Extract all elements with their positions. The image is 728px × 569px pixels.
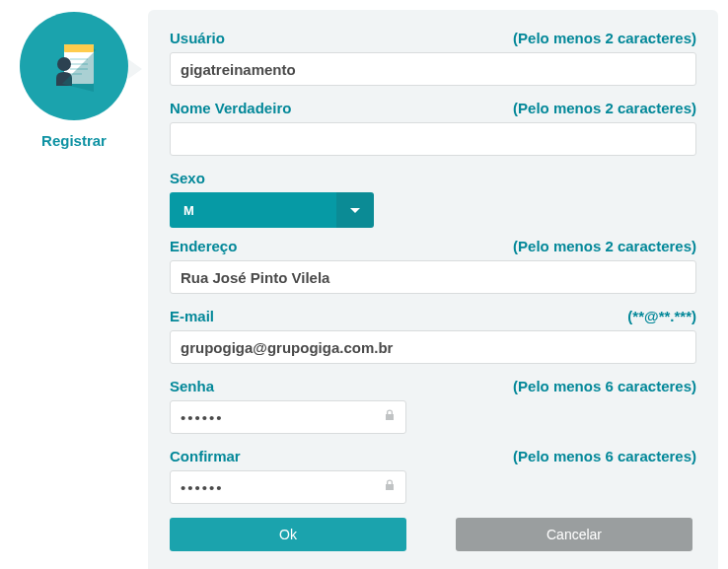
ok-button[interactable]: Ok [170,518,406,551]
cancel-button[interactable]: Cancelar [456,518,692,551]
register-container: Registrar Usuário (Pelo menos 2 caracter… [0,0,728,569]
svg-rect-2 [70,58,88,60]
confirmar-label-row: Confirmar (Pelo menos 6 caracteres) [170,448,696,464]
document-person-icon [42,35,106,98]
confirmar-label: Confirmar [170,448,241,464]
email-label-row: E-mail (**@**.***) [170,308,696,324]
lock-icon [383,408,397,426]
nome-label: Nome Verdadeiro [170,100,291,116]
usuario-input[interactable] [170,52,696,86]
confirmar-input[interactable] [170,470,406,504]
registrar-title: Registrar [41,132,107,149]
sexo-label-row: Sexo [170,170,696,186]
endereco-input[interactable] [170,260,696,294]
svg-rect-1 [64,44,94,52]
svg-point-6 [57,57,71,71]
lock-icon [383,478,397,496]
email-label: E-mail [170,308,214,324]
endereco-label-row: Endereço (Pelo menos 2 caracteres) [170,238,696,254]
usuario-hint: (Pelo menos 2 caracteres) [513,30,696,46]
email-input[interactable] [170,330,696,364]
sidebar: Registrar [0,10,148,569]
endereco-label: Endereço [170,238,237,254]
button-row: Ok Cancelar [170,518,696,551]
register-form: Usuário (Pelo menos 2 caracteres) Nome V… [148,10,718,569]
sexo-label: Sexo [170,170,205,186]
senha-label: Senha [170,378,214,394]
chevron-down-icon [336,192,374,228]
usuario-label-row: Usuário (Pelo menos 2 caracteres) [170,30,696,46]
senha-label-row: Senha (Pelo menos 6 caracteres) [170,378,696,394]
endereco-hint: (Pelo menos 2 caracteres) [513,238,696,254]
nome-hint: (Pelo menos 2 caracteres) [513,100,696,116]
sexo-value: M [170,192,336,228]
email-hint: (**@**.***) [627,308,696,324]
senha-wrap [170,400,406,434]
senha-input[interactable] [170,400,406,434]
nome-input[interactable] [170,122,696,156]
register-icon [20,12,128,120]
nome-label-row: Nome Verdadeiro (Pelo menos 2 caracteres… [170,100,696,116]
sexo-select[interactable]: M [170,192,374,228]
senha-hint: (Pelo menos 6 caracteres) [513,378,696,394]
confirmar-wrap [170,470,406,504]
confirmar-hint: (Pelo menos 6 caracteres) [513,448,696,464]
usuario-label: Usuário [170,30,225,46]
